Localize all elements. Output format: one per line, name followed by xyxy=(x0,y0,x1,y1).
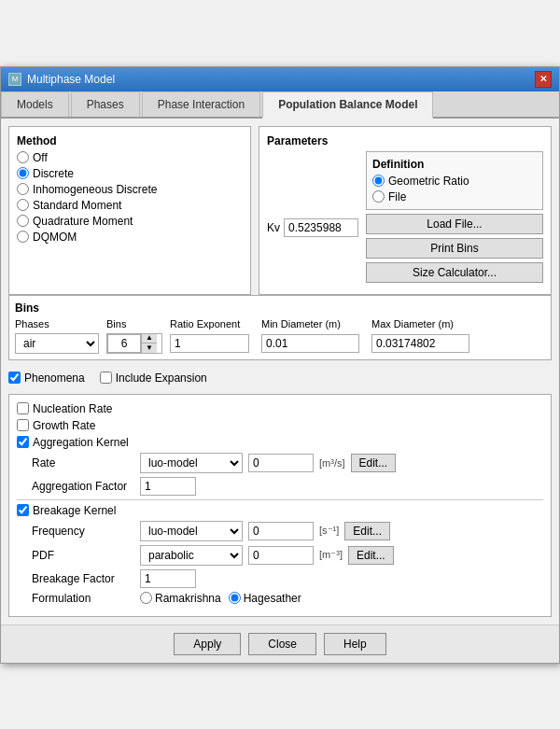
definition-side: Definition Geometric Ratio File Load Fil… xyxy=(366,151,543,287)
method-quadrature-label[interactable]: Quadrature Moment xyxy=(17,215,243,228)
formulation-row: Formulation Ramakrishna Hagesather xyxy=(32,592,543,605)
definition-title: Definition xyxy=(372,158,537,171)
max-diameter-input[interactable] xyxy=(371,334,469,353)
kv-row: Kv xyxy=(267,218,358,237)
close-window-button[interactable]: ✕ xyxy=(535,71,552,88)
pdf-value-input[interactable] xyxy=(248,546,314,565)
method-inhomogeneous-radio[interactable] xyxy=(17,183,29,195)
def-file-label[interactable]: File xyxy=(372,190,537,203)
def-geometric-ratio-radio[interactable] xyxy=(372,175,385,187)
formulation-options: Ramakrishna Hagesather xyxy=(140,592,301,605)
aggregation-factor-row: Aggregation Factor xyxy=(32,477,543,496)
breakage-factor-label: Breakage Factor xyxy=(32,572,134,585)
phenomena-checkbox-label[interactable]: Phenomena xyxy=(8,372,85,385)
breakage-kernel-label: Breakage Kernel xyxy=(33,504,116,517)
phenomena-label-text: Phenomena xyxy=(24,372,85,385)
parameters-label: Parameters xyxy=(267,134,543,147)
rate-model-select[interactable]: luo-model xyxy=(140,453,243,473)
bins-header-ratio: Ratio Exponent xyxy=(170,318,254,329)
bins-min-col xyxy=(261,334,364,353)
include-expansion-checkbox[interactable] xyxy=(100,372,112,384)
aggregation-factor-input[interactable] xyxy=(140,477,196,496)
load-file-button[interactable]: Load File... xyxy=(366,214,543,234)
help-button[interactable]: Help xyxy=(324,633,386,655)
print-bins-button[interactable]: Print Bins xyxy=(366,238,543,259)
multiphase-model-window: M Multiphase Model ✕ Models Phases Phase… xyxy=(0,66,560,664)
min-diameter-input[interactable] xyxy=(261,334,359,353)
tab-bar: Models Phases Phase Interaction Populati… xyxy=(1,91,559,119)
breakage-factor-input[interactable] xyxy=(140,569,196,588)
method-dqmom-label[interactable]: DQMOM xyxy=(17,231,243,244)
bins-spinner[interactable]: ▲ ▼ xyxy=(106,333,162,354)
bins-count-input[interactable] xyxy=(107,334,141,353)
spinner-up-button[interactable]: ▲ xyxy=(142,334,157,343)
aggregation-kernel-checkbox[interactable] xyxy=(17,436,29,448)
formulation-label: Formulation xyxy=(32,592,134,605)
method-dqmom-radio[interactable] xyxy=(17,231,29,243)
method-standard-moment-radio[interactable] xyxy=(17,199,29,211)
bins-headers: Phases Bins Ratio Exponent Min Diameter … xyxy=(15,318,545,329)
method-off-radio[interactable] xyxy=(17,151,29,163)
bins-count-col: ▲ ▼ xyxy=(106,333,162,354)
tab-phase-interaction[interactable]: Phase Interaction xyxy=(142,91,260,117)
apply-button[interactable]: Apply xyxy=(174,633,241,655)
formulation-hagesather-label[interactable]: Hagesather xyxy=(229,592,301,605)
tab-population-balance-model[interactable]: Population Balance Model xyxy=(262,91,433,119)
close-button[interactable]: Close xyxy=(248,633,316,655)
frequency-row: Frequency luo-model [s⁻¹] Edit... xyxy=(32,521,543,541)
bins-header-max: Max Diameter (m) xyxy=(371,318,474,329)
method-discrete-label[interactable]: Discrete xyxy=(17,167,243,180)
parameters-box: Parameters Kv Definition Geo xyxy=(259,126,552,295)
bins-header-phases: Phases xyxy=(15,318,99,329)
definition-box: Definition Geometric Ratio File xyxy=(366,151,543,210)
rate-value-input[interactable] xyxy=(248,454,314,472)
frequency-value-input[interactable] xyxy=(248,522,314,540)
include-expansion-label[interactable]: Include Expansion xyxy=(100,372,207,385)
bins-title: Bins xyxy=(15,301,545,315)
breakage-kernel-checkbox[interactable] xyxy=(17,504,29,516)
bins-header-bins: Bins xyxy=(106,318,162,329)
growth-rate-checkbox[interactable] xyxy=(17,419,29,431)
kv-input[interactable] xyxy=(284,218,358,237)
formulation-ramakrishna-radio[interactable] xyxy=(140,592,152,604)
tab-phases[interactable]: Phases xyxy=(71,91,140,117)
method-label: Method xyxy=(17,134,243,147)
spinner-down-button[interactable]: ▼ xyxy=(142,343,157,353)
formulation-hagesather-radio[interactable] xyxy=(229,592,241,604)
formulation-ramakrishna-label[interactable]: Ramakrishna xyxy=(140,592,221,605)
window-title: Multiphase Model xyxy=(27,73,115,86)
phenomena-checkbox[interactable] xyxy=(8,372,21,384)
bins-section: Bins Phases Bins Ratio Exponent Min Diam… xyxy=(8,295,552,360)
frequency-edit-button[interactable]: Edit... xyxy=(344,522,390,540)
rate-label-text: Rate xyxy=(32,456,134,470)
aggregation-kernel-row: Aggregation Kernel xyxy=(17,436,543,449)
method-quadrature-radio[interactable] xyxy=(17,215,29,227)
method-params-section: Method Off Discrete Inhomogeneous Discre… xyxy=(8,126,552,295)
frequency-model-select[interactable]: luo-model xyxy=(140,521,243,541)
def-file-radio[interactable] xyxy=(372,190,385,203)
pdf-row: PDF parabolic [m⁻³] Edit... xyxy=(32,545,543,566)
pdf-edit-button[interactable]: Edit... xyxy=(348,546,394,565)
method-standard-moment-label[interactable]: Standard Moment xyxy=(17,199,243,212)
bins-inputs-row: air ▲ ▼ xyxy=(15,333,545,354)
tab-models[interactable]: Models xyxy=(1,91,69,117)
main-content: Method Off Discrete Inhomogeneous Discre… xyxy=(1,119,559,624)
pdf-label-text: PDF xyxy=(32,549,134,562)
method-inhomogeneous-label[interactable]: Inhomogeneous Discrete xyxy=(17,183,243,196)
ratio-exponent-input[interactable] xyxy=(170,334,249,353)
nucleation-rate-row: Nucleation Rate xyxy=(17,402,543,415)
bins-ratio-col xyxy=(170,334,254,353)
method-box: Method Off Discrete Inhomogeneous Discre… xyxy=(8,126,251,295)
size-calculator-button[interactable]: Size Calculator... xyxy=(366,262,543,283)
method-discrete-radio[interactable] xyxy=(17,167,29,179)
nucleation-rate-checkbox[interactable] xyxy=(17,402,29,414)
aggregation-kernel-label: Aggregation Kernel xyxy=(33,436,129,449)
breakage-factor-row: Breakage Factor xyxy=(32,569,543,588)
method-off-label[interactable]: Off xyxy=(17,151,243,164)
bins-phases-select[interactable]: air xyxy=(15,333,99,354)
include-expansion-text: Include Expansion xyxy=(116,372,207,385)
def-geometric-ratio-label[interactable]: Geometric Ratio xyxy=(372,175,537,188)
method-radio-group: Off Discrete Inhomogeneous Discrete Stan… xyxy=(17,151,243,244)
rate-edit-button[interactable]: Edit... xyxy=(351,454,397,472)
pdf-model-select[interactable]: parabolic xyxy=(140,545,243,566)
